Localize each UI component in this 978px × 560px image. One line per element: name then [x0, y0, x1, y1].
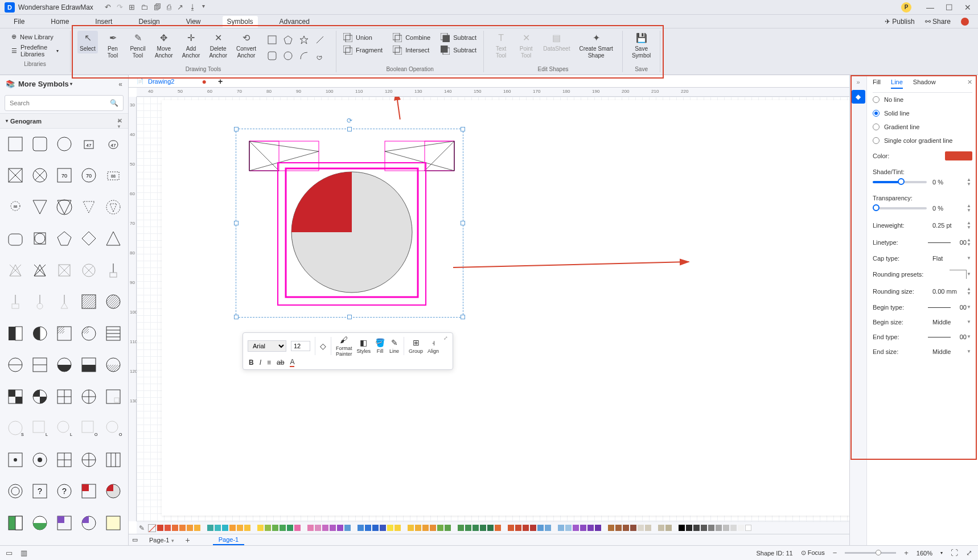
- line-button[interactable]: ✎Line: [389, 338, 399, 354]
- search-down[interactable]: ▼: [117, 124, 125, 129]
- genogram-shape-56[interactable]: ?: [29, 480, 51, 502]
- publish-button[interactable]: ✈ Publish: [885, 18, 915, 26]
- close-button[interactable]: ✕: [962, 3, 973, 12]
- color-swatch-39[interactable]: [480, 525, 486, 531]
- zoom-value[interactable]: 160%: [917, 550, 932, 557]
- color-swatch-36[interactable]: [458, 525, 464, 531]
- no-line-radio[interactable]: No line: [873, 93, 972, 106]
- color-swatch-50[interactable]: [573, 525, 579, 531]
- rounding-size-spinner[interactable]: ▲▼: [967, 287, 972, 296]
- gray-swatch-3[interactable]: [701, 525, 707, 531]
- rounding-size-value[interactable]: 0.00 mm: [932, 288, 967, 295]
- fragment-button[interactable]: Fragment: [343, 46, 383, 55]
- genogram-shape-31[interactable]: [29, 323, 51, 344]
- genogram-shape-22[interactable]: [54, 260, 75, 281]
- gray-swatch-8[interactable]: [738, 525, 744, 531]
- delete-anchor-tool[interactable]: ✕Delete Anchor: [207, 31, 229, 60]
- italic-button[interactable]: I: [260, 359, 261, 367]
- shade-spinner[interactable]: ▲▼: [967, 178, 972, 187]
- genogram-shape-19[interactable]: [102, 228, 124, 249]
- point-tool[interactable]: ✕Point Tool: [516, 31, 536, 60]
- genogram-shape-61[interactable]: [29, 512, 51, 534]
- color-swatch-8[interactable]: [222, 525, 228, 531]
- color-swatch-12[interactable]: [257, 525, 264, 531]
- end-type-value[interactable]: 00: [951, 333, 967, 340]
- color-swatch-40[interactable]: [487, 525, 494, 531]
- genogram-shape-54[interactable]: [102, 449, 124, 471]
- genogram-shape-28[interactable]: [78, 291, 100, 312]
- page-menu[interactable]: Page-1 ▾: [143, 536, 180, 545]
- begin-type-value[interactable]: 00: [951, 304, 967, 311]
- genogram-shape-16[interactable]: [29, 228, 51, 249]
- shape-line[interactable]: [313, 33, 327, 47]
- export-icon[interactable]: ↗: [177, 3, 183, 11]
- genogram-shape-15[interactable]: [5, 228, 26, 249]
- undo-icon[interactable]: ↶: [105, 3, 111, 11]
- align-button[interactable]: ⫞Align: [428, 338, 439, 354]
- share-button[interactable]: ⚯ Share: [925, 18, 951, 26]
- subtract-front-button[interactable]: Subtract: [441, 33, 476, 42]
- color-swatch-43[interactable]: [515, 525, 521, 531]
- fit-page-icon[interactable]: ⛶: [951, 549, 958, 557]
- add-page-button[interactable]: +: [186, 536, 190, 545]
- expand-right-panel[interactable]: »: [856, 79, 860, 85]
- pen-tool[interactable]: ✒Pen Tool: [102, 31, 123, 60]
- focus-button[interactable]: ⊙ Focus: [801, 549, 825, 557]
- predefine-libraries-button[interactable]: ☰Predefine Libraries▾: [11, 44, 59, 57]
- genogram-shape-2[interactable]: [54, 133, 75, 155]
- shape-square[interactable]: [265, 33, 279, 47]
- gray-swatch-9[interactable]: [745, 525, 751, 531]
- genogram-shape-46[interactable]: L: [29, 417, 51, 439]
- import-icon[interactable]: ⭳: [189, 3, 196, 11]
- color-swatch-32[interactable]: [422, 525, 429, 531]
- gray-swatch-5[interactable]: [716, 525, 722, 531]
- add-doc-tab[interactable]: +: [218, 77, 223, 86]
- color-swatch-57[interactable]: [630, 525, 636, 531]
- genogram-shape-17[interactable]: [54, 228, 75, 249]
- genogram-shape-36[interactable]: [29, 354, 51, 376]
- genogram-shape-11[interactable]: [29, 196, 51, 218]
- transparency-slider[interactable]: [873, 207, 927, 209]
- color-swatch-47[interactable]: [545, 525, 551, 531]
- color-swatch-60[interactable]: [658, 525, 664, 531]
- genogram-shape-18[interactable]: [78, 228, 100, 249]
- shape-circle[interactable]: [281, 49, 295, 63]
- genogram-shape-3[interactable]: 47: [78, 133, 100, 155]
- cap-value[interactable]: Flat: [932, 255, 967, 262]
- genogram-shape-7[interactable]: 70: [54, 164, 75, 186]
- group-button[interactable]: ⊞Group: [409, 338, 423, 354]
- genogram-shape-23[interactable]: [78, 260, 100, 281]
- color-swatch-2[interactable]: [172, 525, 178, 531]
- color-swatch-16[interactable]: [287, 525, 293, 531]
- text-tool[interactable]: TText Tool: [491, 31, 511, 60]
- strikethrough-button[interactable]: ab: [277, 359, 284, 367]
- color-swatch-4[interactable]: [187, 525, 193, 531]
- fullscreen-icon[interactable]: ⤢: [966, 549, 972, 557]
- genogram-shape-47[interactable]: L: [54, 417, 75, 439]
- genogram-shape-8[interactable]: 70: [78, 164, 100, 186]
- doc-tab[interactable]: Drawing2: [148, 78, 174, 85]
- convert-anchor-tool[interactable]: ⟲Convert Anchor: [234, 31, 258, 60]
- menu-design[interactable]: Design: [134, 16, 164, 27]
- gradient-line-radio[interactable]: Gradient line: [873, 120, 972, 134]
- shape-rounded-square[interactable]: [265, 49, 279, 63]
- genogram-shape-5[interactable]: [5, 164, 26, 186]
- search-up[interactable]: ▲: [117, 118, 125, 123]
- genogram-shape-64[interactable]: [102, 512, 124, 534]
- format-painter-button[interactable]: 🖌Format Painter: [336, 335, 352, 357]
- end-type-spinner[interactable]: ▼: [967, 335, 972, 339]
- genogram-shape-55[interactable]: [5, 480, 26, 502]
- fill-button[interactable]: 🪣Fill: [375, 338, 385, 354]
- search-input[interactable]: [10, 100, 110, 106]
- print-icon[interactable]: ⎙: [167, 3, 171, 11]
- genogram-shape-59[interactable]: [102, 480, 124, 502]
- lineweight-spinner[interactable]: ▲▼: [967, 221, 972, 230]
- clear-format-button[interactable]: ◇: [320, 341, 326, 351]
- create-smart-shape[interactable]: ✦Create Smart Shape: [577, 31, 615, 60]
- genogram-shape-37[interactable]: [54, 354, 75, 376]
- zoom-slider[interactable]: [845, 552, 896, 554]
- color-swatch-35[interactable]: [445, 525, 451, 531]
- genogram-shape-26[interactable]: [29, 291, 51, 312]
- font-size-input[interactable]: [291, 341, 310, 351]
- color-swatch-10[interactable]: [237, 525, 243, 531]
